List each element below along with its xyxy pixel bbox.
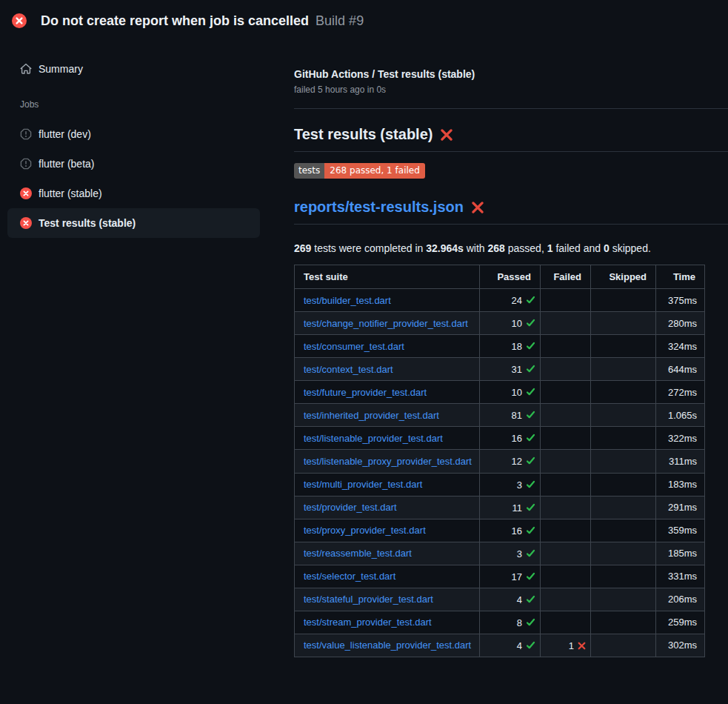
column-header-failed: Failed [541,265,591,289]
cell-test-suite: test/multi_provider_test.dart [295,473,480,496]
cell-test-suite: test/inherited_provider_test.dart [295,404,480,427]
cell-test-suite: test/stateful_provider_test.dart [295,588,480,611]
test-suite-link[interactable]: test/provider_test.dart [304,502,397,513]
cell-test-suite: test/selector_test.dart [295,565,480,588]
check-icon [526,364,535,373]
red-cross-icon [471,201,484,214]
build-header: Do not create report when job is cancell… [0,0,728,41]
table-row: test/selector_test.dart17331ms [295,565,705,588]
page-title: Do not create report when job is cancell… [41,13,309,29]
table-row: test/listenable_provider_test.dart16322m… [295,427,705,450]
table-row: test/inherited_provider_test.dart811.065… [295,404,705,427]
sidebar-item-flutter-stable[interactable]: flutter (stable) [7,179,260,208]
cell-skipped [591,427,656,450]
test-suite-link[interactable]: test/value_listenable_provider_test.dart [304,640,471,651]
column-header-time: Time [656,265,705,289]
table-row: test/stateful_provider_test.dart4206ms [295,588,705,611]
summary-text-part: tests were completed in [311,242,426,254]
check-icon [526,341,535,351]
sidebar-item-label: Test results (stable) [39,217,136,229]
summary-passed: 268 [488,242,505,254]
test-suite-link[interactable]: test/listenable_proxy_provider_test.dart [304,456,472,467]
cell-skipped [591,634,656,657]
cell-time: 331ms [656,565,705,588]
test-suite-link[interactable]: test/proxy_provider_test.dart [304,525,426,536]
test-suite-link[interactable]: test/reassemble_test.dart [304,548,412,559]
cell-failed [541,542,591,565]
build-number: Build #9 [315,13,364,29]
sidebar-item-label: flutter (beta) [39,158,94,170]
test-suite-link[interactable]: test/stateful_provider_test.dart [304,594,433,605]
check-icon [526,525,535,535]
cell-time: 359ms [656,519,705,542]
cell-test-suite: test/future_provider_test.dart [295,381,480,404]
report-file-link[interactable]: reports/test-results.json [294,198,464,216]
cell-test-suite: test/proxy_provider_test.dart [295,519,480,542]
sidebar-item-flutter-dev[interactable]: flutter (dev) [7,119,260,149]
cell-passed: 16 [480,427,541,450]
test-suite-link[interactable]: test/inherited_provider_test.dart [304,410,439,421]
test-suite-link[interactable]: test/future_provider_test.dart [304,387,427,398]
check-icon [526,479,535,489]
cell-test-suite: test/reassemble_test.dart [295,542,480,565]
cell-time: 324ms [656,335,705,358]
cell-skipped [591,542,656,565]
cell-failed [541,473,591,496]
test-suite-link[interactable]: test/selector_test.dart [304,571,395,582]
cell-failed [541,289,591,312]
check-title-text: Test results (stable) [294,125,433,144]
check-icon [526,410,535,419]
x-circle-fill-icon [20,187,32,199]
cell-skipped [591,611,656,634]
check-icon [526,617,535,627]
column-header-skipped: Skipped [591,265,656,289]
cell-failed [541,404,591,427]
x-circle-fill-icon [12,13,27,28]
cell-skipped [591,496,656,519]
divider [294,108,728,109]
sidebar-item-summary[interactable]: Summary [7,54,260,84]
cell-failed [541,450,591,473]
summary-duration: 32.964s [426,242,464,254]
cell-skipped [591,588,656,611]
check-icon [526,640,535,650]
table-row: test/change_notifier_provider_test.dart1… [295,312,705,335]
sidebar-item-flutter-beta[interactable]: flutter (beta) [7,149,260,179]
cell-time: 302ms [656,634,705,657]
test-suite-link[interactable]: test/listenable_provider_test.dart [304,433,443,444]
cell-passed: 12 [480,450,541,473]
cell-time: 185ms [656,542,705,565]
cell-time: 644ms [656,358,705,381]
summary-text-part: failed and [553,242,604,254]
test-suite-link[interactable]: test/context_test.dart [304,364,393,375]
check-icon [526,571,535,581]
cell-time: 322ms [656,427,705,450]
cell-time: 259ms [656,611,705,634]
test-suite-link[interactable]: test/consumer_test.dart [304,341,404,352]
cell-skipped [591,335,656,358]
cell-passed: 8 [480,611,541,634]
test-suite-link[interactable]: test/multi_provider_test.dart [304,479,422,490]
cell-passed: 16 [480,519,541,542]
sidebar-item-label: flutter (stable) [39,187,102,199]
check-icon [526,594,535,604]
jobs-section-heading: Jobs [20,99,270,110]
cell-test-suite: test/stream_provider_test.dart [295,611,480,634]
cell-failed [541,312,591,335]
cell-passed: 17 [480,565,541,588]
cell-test-suite: test/listenable_provider_test.dart [295,427,480,450]
tests-badge: tests 268 passed, 1 failed [294,163,728,179]
table-row: test/multi_provider_test.dart3183ms [295,473,705,496]
test-suite-link[interactable]: test/stream_provider_test.dart [304,617,432,628]
cell-failed [541,611,591,634]
test-suite-link[interactable]: test/change_notifier_provider_test.dart [304,318,468,329]
home-icon [20,63,32,75]
sidebar-item-test-results-stable[interactable]: Test results (stable) [7,208,260,238]
summary-failed: 1 [547,242,553,254]
cell-failed [541,588,591,611]
cell-passed: 3 [480,542,541,565]
check-icon [526,502,535,512]
check-icon [526,318,535,328]
test-suite-link[interactable]: test/builder_test.dart [304,295,391,306]
cell-skipped [591,358,656,381]
